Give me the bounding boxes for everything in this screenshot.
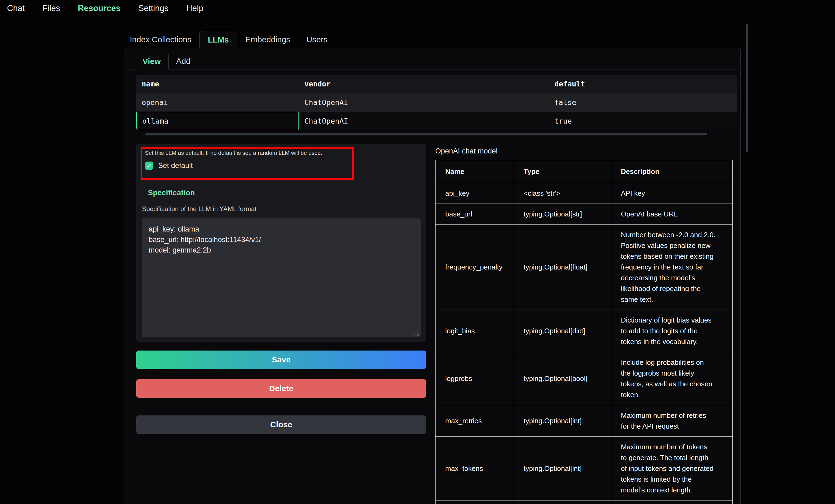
llm-col-header-default: default (549, 75, 737, 93)
llm-cell-default[interactable]: false (549, 93, 737, 112)
llm-col-header-vendor: vendor (299, 75, 549, 93)
llm-cell-vendor[interactable]: ChatOpenAI (299, 112, 549, 130)
llm-cell-default[interactable]: true (549, 112, 737, 130)
nav-item-resources[interactable]: Resources (78, 3, 121, 13)
llm-col-header-name: name (136, 75, 299, 93)
llm-cell-name[interactable]: openai (136, 93, 299, 112)
param-description: API key (611, 183, 733, 204)
subtab-add[interactable]: Add (169, 53, 198, 69)
param-description: Maximum number of retries for the API re… (611, 405, 733, 437)
tab-llms[interactable]: LLMs (199, 31, 237, 48)
nav-item-chat[interactable]: Chat (7, 3, 24, 13)
set-default-label[interactable]: Set default (158, 162, 193, 170)
nav-item-settings[interactable]: Settings (138, 3, 168, 13)
param-description: Number between -2.0 and 2.0. Positive va… (611, 225, 733, 310)
save-button[interactable]: Save (136, 351, 426, 369)
table-row-partial (435, 501, 733, 504)
param-type: typing.Optional[int] (514, 437, 611, 501)
llm-table-header-row: name vendor default (136, 75, 737, 93)
checkmark-icon: ✓ (146, 163, 151, 169)
param-name: logit_bias (435, 310, 514, 352)
table-row: logprobs typing.Optional[bool] Include l… (435, 352, 733, 405)
specification-hint: Specification of the LLM in YAML format (142, 205, 257, 213)
nav-item-help[interactable]: Help (186, 3, 203, 13)
llm-cell-vendor[interactable]: ChatOpenAI (299, 93, 549, 112)
horizontal-scrollbar[interactable] (145, 133, 707, 135)
param-name: base_url (435, 204, 514, 225)
delete-button[interactable]: Delete (136, 379, 426, 398)
table-row: max_retries typing.Optional[int] Maximum… (435, 405, 733, 437)
subtab-view[interactable]: View (135, 53, 169, 69)
llm-list-table: name vendor default openai ChatOpenAI fa… (136, 75, 737, 130)
param-description (611, 501, 733, 504)
param-type: typing.Optional[int] (514, 405, 611, 437)
tab-index-collections[interactable]: Index Collections (124, 31, 199, 48)
param-type: typing.Optional[float] (514, 225, 611, 310)
param-name: logprobs (435, 352, 514, 405)
nav-item-files[interactable]: Files (42, 3, 60, 13)
view-add-subtabs: View Add (125, 53, 738, 69)
param-type: <class 'str'> (514, 183, 611, 204)
table-row[interactable]: openai ChatOpenAI false (136, 93, 737, 112)
yaml-spec-textarea[interactable]: api_key: ollama base_url: http://localho… (142, 218, 421, 337)
param-type: typing.Optional[str] (514, 204, 611, 225)
model-col-name: Name (435, 160, 514, 183)
table-row-selected[interactable]: ollama ChatOpenAI true (136, 112, 737, 130)
param-name: api_key (435, 183, 514, 204)
param-description: Include log probabilities on the logprob… (611, 352, 733, 405)
specification-heading: Specification (148, 188, 195, 197)
param-type: typing.Optional[bool] (514, 352, 611, 405)
table-row: logit_bias typing.Optional[dict] Diction… (435, 310, 733, 352)
param-name: max_retries (435, 405, 514, 437)
param-description: OpenAI base URL (611, 204, 733, 225)
llm-cell-name-selected[interactable]: ollama (136, 112, 299, 130)
model-info-table: Name Type Description api_key <class 'st… (435, 160, 733, 504)
close-button[interactable]: Close (136, 415, 426, 434)
model-col-type: Type (514, 160, 611, 183)
tab-embeddings[interactable]: Embeddings (237, 31, 299, 48)
top-navigation: Chat Files Resources Settings Help (7, 0, 203, 17)
table-row: api_key <class 'str'> API key (435, 183, 733, 204)
model-info-title: OpenAI chat model (435, 147, 497, 155)
table-row: base_url typing.Optional[str] OpenAI bas… (435, 204, 733, 225)
param-name (435, 501, 514, 504)
param-description: Dictionary of logit bias values to add t… (611, 310, 733, 352)
tab-users[interactable]: Users (299, 31, 335, 48)
table-row: frequency_penalty typing.Optional[float]… (435, 225, 733, 310)
vertical-scrollbar[interactable] (746, 24, 748, 152)
param-type (514, 501, 611, 504)
set-default-hint: Set this LLM as default. If no default i… (145, 150, 322, 156)
param-name: frequency_penalty (435, 225, 514, 310)
param-name: max_tokens (435, 437, 514, 501)
model-table-header-row: Name Type Description (435, 160, 733, 183)
param-description: Maximum number of tokens to generate. Th… (611, 437, 733, 501)
set-default-annotation-box: Set this LLM as default. If no default i… (141, 147, 354, 180)
set-default-checkbox[interactable]: ✓ (145, 162, 153, 170)
table-row: max_tokens typing.Optional[int] Maximum … (435, 437, 733, 501)
resource-tabs: Index Collections LLMs Embeddings Users (124, 31, 335, 48)
set-default-row: ✓ Set default (145, 162, 193, 170)
param-type: typing.Optional[dict] (514, 310, 611, 352)
model-col-description: Description (611, 160, 733, 183)
